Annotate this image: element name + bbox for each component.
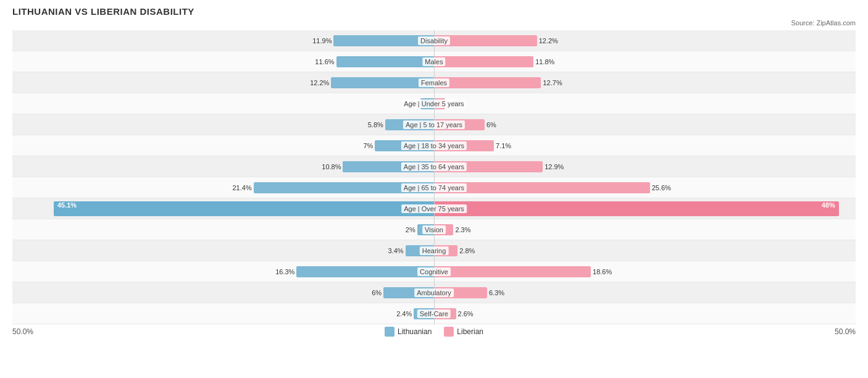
value-liberian: 48% <box>822 201 835 209</box>
right-section: 2.8% <box>434 240 856 261</box>
row-label: Age | 65 to 74 years <box>401 183 467 192</box>
footer-left-value: 50.0% <box>12 327 49 336</box>
value-liberian: 18.6% <box>591 268 612 275</box>
row-label: Age | Under 5 years <box>401 99 467 108</box>
bar-liberian: 48% <box>434 201 839 216</box>
right-section: 12.9% <box>434 156 856 177</box>
left-section: 21.4% <box>12 177 434 198</box>
chart-title: LITHUANIAN VS LIBERIAN DISABILITY <box>12 6 856 17</box>
legend-label-lithuanian: Lithuanian <box>398 327 432 336</box>
row-label: Age | 18 to 34 years <box>401 141 467 150</box>
right-section: 2.6% <box>434 303 856 324</box>
row-label: Females <box>419 78 449 87</box>
right-section: 6.3% <box>434 282 856 303</box>
left-section: 12.2% <box>12 72 434 93</box>
right-section: 12.2% <box>434 30 856 51</box>
legend-swatch-liberian <box>444 327 454 337</box>
value-liberian: 2.8% <box>457 247 475 254</box>
row-label: Age | Over 75 years <box>401 204 467 213</box>
row-label: Disability <box>418 36 450 45</box>
source-label: Source: ZipAtlas.com <box>12 19 856 27</box>
right-section: 18.6% <box>434 261 856 282</box>
right-section: 6% <box>434 114 856 135</box>
value-lithuanian: 10.8% <box>322 163 343 170</box>
value-lithuanian: 3.4% <box>388 247 405 254</box>
left-section: 3.4% <box>12 240 434 261</box>
legend-item-liberian: Liberian <box>444 327 483 337</box>
value-lithuanian: 2.4% <box>396 310 414 317</box>
value-lithuanian: 16.3% <box>275 268 296 275</box>
value-lithuanian: 11.9% <box>312 37 333 44</box>
row-label: Age | 5 to 17 years <box>403 120 465 129</box>
value-lithuanian: 45.1% <box>57 201 77 209</box>
right-section: 48% <box>434 198 856 219</box>
left-section: 11.6% <box>12 51 434 72</box>
value-liberian: 2.3% <box>453 226 470 233</box>
value-liberian: 2.6% <box>456 310 474 317</box>
legend: Lithuanian Liberian <box>49 327 819 337</box>
value-liberian: 25.6% <box>650 184 671 191</box>
right-section: 11.8% <box>434 51 856 72</box>
row-label: Cognitive <box>417 267 451 276</box>
value-liberian: 6.3% <box>487 289 504 296</box>
chart-footer: 50.0% Lithuanian Liberian 50.0% <box>12 327 856 337</box>
row-label: Hearing <box>420 246 449 255</box>
bar-lithuanian <box>296 266 434 277</box>
bar-liberian <box>434 77 541 88</box>
left-section: 45.1% <box>12 198 434 219</box>
left-section: 16.3% <box>12 261 434 282</box>
bar-liberian <box>434 266 591 277</box>
value-liberian: 7.1% <box>494 142 511 149</box>
value-lithuanian: 21.4% <box>232 184 253 191</box>
value-lithuanian: 6% <box>372 289 383 296</box>
right-section: 25.6% <box>434 177 856 198</box>
value-lithuanian: 2% <box>406 226 417 233</box>
row-label: Self-Care <box>417 309 451 318</box>
left-section: 1.6% <box>12 93 434 114</box>
value-liberian: 6% <box>485 121 496 128</box>
legend-swatch-lithuanian <box>385 327 394 337</box>
left-section: 2.4% <box>12 303 434 324</box>
right-section: 7.1% <box>434 135 856 156</box>
footer-right-value: 50.0% <box>819 327 856 336</box>
bar-lithuanian: 45.1% <box>54 201 434 216</box>
right-section: 12.7% <box>434 72 856 93</box>
value-lithuanian: 7% <box>363 142 375 149</box>
bar-lithuanian <box>336 56 434 67</box>
left-section: 2% <box>12 219 434 240</box>
left-section: 7% <box>12 135 434 156</box>
value-liberian: 12.9% <box>543 163 564 170</box>
left-section: 6% <box>12 282 434 303</box>
value-liberian: 12.2% <box>537 37 558 44</box>
chart-area: 11.9%Disability12.2%11.6%Males11.8%12.2%… <box>12 30 856 324</box>
legend-item-lithuanian: Lithuanian <box>385 327 432 337</box>
left-section: 10.8% <box>12 156 434 177</box>
row-label: Ambulatory <box>414 288 454 297</box>
left-section: 11.9% <box>12 30 434 51</box>
value-liberian: 11.8% <box>533 58 554 65</box>
row-label: Males <box>422 57 445 66</box>
value-lithuanian: 11.6% <box>315 58 336 65</box>
value-liberian: 12.7% <box>541 79 562 86</box>
bar-liberian <box>434 56 533 67</box>
right-section: 2.3% <box>434 219 856 240</box>
row-label: Age | 35 to 64 years <box>401 162 467 171</box>
right-section: 1.3% <box>434 93 856 114</box>
row-label: Vision <box>422 225 446 234</box>
value-lithuanian: 5.8% <box>368 121 385 128</box>
value-lithuanian: 12.2% <box>310 79 331 86</box>
left-section: 5.8% <box>12 114 434 135</box>
legend-label-liberian: Liberian <box>457 327 483 336</box>
